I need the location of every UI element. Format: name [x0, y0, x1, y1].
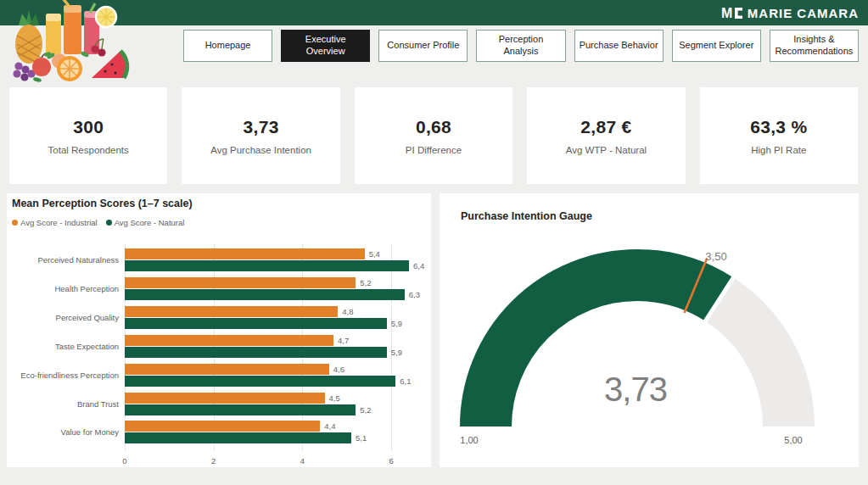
kpi-value: 0,68 — [416, 117, 451, 137]
tab-consumer-profile[interactable]: Consumer Profile — [378, 30, 468, 62]
category-label: Eco-friendliness Perception — [7, 371, 119, 380]
gauge-max-label: 5,00 — [784, 435, 802, 445]
x-axis-tick: 0 — [122, 456, 126, 465]
category-label: Value for Money — [7, 427, 119, 437]
kpi-label: PI Difference — [406, 145, 462, 155]
bar-industrial[interactable] — [125, 306, 338, 317]
legend-item[interactable]: Avg Score - Industrial — [12, 218, 98, 227]
nav-tabs: HomepageExecutive OverviewConsumer Profi… — [183, 30, 859, 62]
kpi-label: Total Respondents — [48, 145, 129, 155]
bar-value-label: 6,1 — [400, 376, 411, 387]
x-axis-tick: 4 — [300, 456, 305, 465]
bar-value-label: 5,9 — [391, 318, 402, 329]
bar-value-label: 5,1 — [356, 432, 367, 443]
bar-chart-plot: 02465,46,45,26,34,85,94,75,94,66,14,55,2… — [125, 244, 427, 470]
bar-industrial[interactable] — [125, 335, 333, 346]
legend-label: Avg Score - Industrial — [20, 218, 98, 227]
bar-natural[interactable] — [125, 376, 395, 387]
kpi-value: 3,73 — [244, 117, 279, 137]
x-axis-tick: 2 — [211, 456, 216, 465]
bar-chart-card: Mean Perception Scores (1–7 scale) Avg S… — [7, 193, 431, 467]
category-label: Health Perception — [7, 284, 119, 293]
bar-industrial[interactable] — [125, 277, 356, 288]
gauge-card: Purchase Intention Gauge 3,503,731,005,0… — [440, 193, 859, 467]
bar-chart-title: Mean Perception Scores (1–7 scale) — [12, 198, 193, 209]
tab-homepage[interactable]: Homepage — [183, 30, 272, 62]
svg-text:M: M — [721, 6, 732, 20]
bar-value-label: 6,4 — [413, 260, 424, 271]
gauge-visual: 3,503,731,005,00 — [440, 219, 859, 468]
bar-natural[interactable] — [125, 404, 356, 415]
kpi-card: 2,87 €Avg WTP - Natural — [527, 87, 685, 184]
tab-segment-explorer[interactable]: Segment Explorer — [672, 30, 761, 62]
kpi-value: 2,87 € — [580, 117, 631, 137]
brand: M MARIE CAMARA — [721, 0, 859, 25]
kpi-value: 300 — [73, 117, 104, 137]
fruit-juice-image — [7, 0, 132, 85]
x-axis-tick: 6 — [389, 456, 393, 465]
bar-value-label: 5,4 — [369, 248, 380, 259]
bar-value-label: 5,9 — [391, 347, 402, 358]
bar-value-label: 5,2 — [360, 404, 371, 415]
legend-dot-icon — [12, 220, 18, 226]
kpi-card: 0,68PI Difference — [355, 87, 512, 184]
bar-industrial[interactable] — [125, 393, 325, 404]
tab-perception-analysis[interactable]: Perception Analysis — [476, 30, 565, 62]
bar-natural[interactable] — [125, 347, 387, 358]
bar-chart-legend: Avg Score - IndustrialAvg Score - Natura… — [12, 218, 184, 227]
category-label: Taste Expectation — [7, 342, 119, 351]
bar-natural[interactable] — [125, 432, 351, 443]
brand-name: MARIE CAMARA — [748, 6, 859, 20]
bar-industrial[interactable] — [125, 421, 320, 432]
bar-natural[interactable] — [125, 260, 409, 271]
legend-dot-icon — [106, 220, 112, 226]
gauge-target-label: 3,50 — [705, 250, 726, 263]
legend-item[interactable]: Avg Score - Natural — [106, 218, 185, 227]
tab-insights-recommendations[interactable]: Insights & Recommendations — [770, 30, 859, 62]
bar-value-label: 4,7 — [338, 335, 349, 346]
bar-value-label: 5,2 — [360, 277, 371, 288]
kpi-card: 300Total Respondents — [9, 87, 167, 184]
kpi-value: 63,3 % — [750, 117, 807, 137]
category-label: Perceived Naturalness — [7, 255, 119, 265]
tab-purchase-behavior[interactable]: Purchase Behavior — [574, 30, 664, 62]
bar-value-label: 4,8 — [342, 306, 353, 317]
bar-value-label: 6,3 — [409, 289, 420, 300]
bar-natural[interactable] — [125, 289, 405, 300]
kpi-label: Avg Purchase Intention — [210, 145, 311, 155]
kpi-card: 63,3 %High PI Rate — [700, 87, 858, 184]
bar-chart-category-axis: Perceived NaturalnessHealth PerceptionPe… — [7, 244, 119, 448]
bar-industrial[interactable] — [125, 248, 365, 259]
bar-industrial[interactable] — [125, 364, 329, 375]
kpi-card: 3,73Avg Purchase Intention — [182, 87, 339, 184]
kpi-label: High PI Rate — [751, 145, 806, 155]
bar-natural[interactable] — [125, 318, 387, 329]
kpi-row: 300Total Respondents3,73Avg Purchase Int… — [9, 87, 858, 184]
category-label: Perceived Quality — [7, 313, 119, 322]
kpi-label: Avg WTP - Natural — [566, 145, 647, 155]
bar-value-label: 4,5 — [329, 393, 340, 404]
gauge-min-label: 1,00 — [460, 435, 478, 445]
gauge-value: 3,73 — [604, 371, 667, 408]
mc-logo-icon: M — [721, 6, 743, 20]
bar-value-label: 4,4 — [324, 421, 335, 432]
bar-value-label: 4,6 — [333, 364, 344, 375]
tab-executive-overview[interactable]: Executive Overview — [281, 30, 370, 62]
legend-label: Avg Score - Natural — [115, 218, 185, 227]
category-label: Brand Trust — [7, 399, 119, 409]
